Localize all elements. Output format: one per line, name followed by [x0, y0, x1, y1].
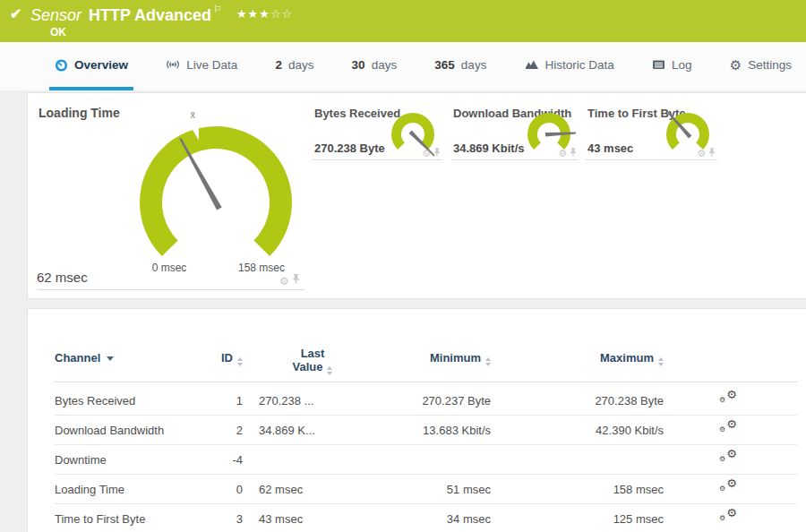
cell-minimum: 13.683 Kbit/s: [366, 416, 491, 445]
column-header-minimum[interactable]: Minimum: [366, 343, 491, 373]
tab-label: days: [288, 58, 314, 72]
sort-arrows-icon: [237, 357, 243, 366]
cell-channel: Loading Time: [55, 475, 216, 504]
cell-actions: ⚙⚙: [701, 386, 755, 416]
cell-actions: ⚙⚙: [701, 475, 755, 505]
sensor-title: HTTP Advanced: [89, 6, 211, 24]
log-icon: [652, 58, 665, 71]
tab-2-days[interactable]: 2days: [270, 42, 319, 90]
cell-last-value: 43 msec: [259, 504, 366, 532]
historic-icon: [525, 58, 539, 71]
cell-minimum: 270.237 Byte: [366, 386, 491, 416]
cell-id: 1: [216, 386, 243, 416]
column-header-maximum[interactable]: Maximum: [491, 343, 664, 373]
mini-gauge-card: Bytes Received270.238 Byte⚙: [313, 104, 442, 160]
cell-last-value: 34.869 K...: [259, 416, 366, 445]
pin-icon[interactable]: [292, 274, 300, 287]
cell-maximum: 158 msec: [491, 475, 664, 504]
tab-number: 30: [352, 58, 365, 72]
mini-gauge-card: Time to First Byte43 msec⚙: [586, 104, 717, 160]
edit-channel-gears-icon[interactable]: ⚙⚙: [719, 386, 737, 406]
tab-label: days: [461, 58, 487, 72]
sort-arrows-icon: [327, 366, 332, 375]
pin-icon[interactable]: [433, 148, 441, 159]
cell-channel: Download Bandwidth: [55, 416, 216, 445]
priority-flag-icon[interactable]: ⚐: [213, 4, 222, 14]
mini-gauge-value: 270.238 Byte: [314, 142, 385, 155]
tab-log[interactable]: Log: [647, 42, 698, 90]
cell-last-value: 62 msec: [259, 475, 366, 504]
sensor-status-badge: OK: [50, 26, 66, 39]
gear-icon[interactable]: ⚙: [279, 275, 289, 287]
sort-arrows-icon: [658, 357, 664, 366]
cell-id: -4: [216, 445, 243, 475]
status-ok-check-icon: ✔: [10, 5, 21, 22]
column-header-last-value[interactable]: LastValue: [259, 343, 366, 375]
sort-caret-icon: [107, 356, 114, 361]
table-row[interactable]: Downtime-4⚙⚙: [55, 445, 797, 475]
pin-icon[interactable]: [570, 148, 577, 159]
object-kind-label: Sensor: [30, 6, 81, 24]
gauge-current-value: 62 msec: [37, 270, 88, 285]
gear-icon[interactable]: ⚙: [558, 148, 567, 159]
mini-gauge-card: Download Bandwidth34.869 Kbit/s⚙: [451, 104, 579, 160]
tab-number: 2: [275, 58, 282, 72]
tab-label: Overview: [74, 58, 128, 72]
gauge-max-label: 158 msec: [220, 262, 303, 274]
pin-icon[interactable]: [708, 148, 716, 159]
cell-minimum: 51 msec: [366, 475, 491, 504]
divider: [37, 289, 305, 290]
gear-icon[interactable]: ⚙: [422, 148, 431, 159]
cell-actions: ⚙⚙: [701, 416, 755, 446]
column-header-channel[interactable]: Channel: [55, 343, 216, 373]
mini-gauge-value: 43 msec: [587, 142, 633, 155]
edit-channel-gears-icon[interactable]: ⚙⚙: [719, 475, 737, 494]
cell-actions: ⚙⚙: [701, 504, 755, 532]
edit-channel-gears-icon[interactable]: ⚙⚙: [719, 504, 737, 524]
gear-icon: ⚙: [730, 58, 742, 72]
mini-gauge-value: 34.869 Kbit/s: [453, 142, 525, 155]
gauge-icon: [55, 58, 68, 72]
cell-channel: Time to First Byte: [55, 504, 216, 532]
tab-overview[interactable]: Overview: [49, 42, 133, 90]
cell-actions: ⚙⚙: [701, 445, 755, 476]
table-row[interactable]: Download Bandwidth234.869 K...13.683 Kbi…: [55, 416, 797, 445]
cell-id: 0: [216, 475, 243, 504]
cell-last-value: 270.238 ...: [259, 386, 366, 416]
tab-live-data[interactable]: Live Data: [160, 42, 243, 90]
gauges-panel: Loading Time x̄ 0 msec 158 msec 62 msec …: [27, 92, 806, 299]
prtg-sensor-page: ✔ SensorHTTP Advanced⚐★★★☆☆ OK OverviewL…: [0, 0, 806, 532]
table-header-row: Channel ID LastValue Minimum Maximum: [55, 343, 797, 382]
live-icon: [166, 58, 180, 71]
cell-channel: Downtime: [55, 445, 216, 475]
gear-icon[interactable]: ⚙: [697, 148, 706, 159]
cell-id: 2: [216, 416, 243, 445]
table-row[interactable]: Loading Time062 msec51 msec158 msec⚙⚙: [55, 475, 797, 504]
tab-label: Live Data: [186, 58, 237, 72]
tab-365-days[interactable]: 365days: [429, 42, 492, 90]
table-row[interactable]: Bytes Received1270.238 ...270.237 Byte27…: [55, 386, 797, 416]
gauge-min-label: 0 msec: [135, 262, 203, 274]
cell-channel: Bytes Received: [55, 386, 216, 416]
sensor-header: ✔ SensorHTTP Advanced⚐★★★☆☆ OK: [0, 0, 806, 42]
cell-minimum: 34 msec: [366, 504, 491, 532]
tab-label: Historic Data: [545, 58, 614, 72]
cell-maximum: 270.238 Byte: [491, 386, 664, 416]
table-row[interactable]: Time to First Byte343 msec34 msec125 mse…: [55, 504, 797, 532]
priority-stars[interactable]: ★★★☆☆: [236, 7, 293, 21]
cell-maximum: 125 msec: [491, 504, 664, 532]
tab-label: days: [372, 58, 398, 72]
tab-bar: OverviewLive Data2days30days365daysHisto…: [0, 42, 806, 90]
cell-id: 3: [216, 504, 243, 532]
tab-number: 365: [434, 58, 455, 72]
column-header-id[interactable]: ID: [216, 343, 243, 373]
edit-channel-gears-icon[interactable]: ⚙⚙: [719, 416, 737, 435]
channel-table-panel: Channel ID LastValue Minimum Maximum Byt…: [27, 308, 806, 532]
tab-30-days[interactable]: 30days: [347, 42, 403, 90]
tab-label: Settings: [748, 58, 792, 72]
tab-settings[interactable]: ⚙Settings: [725, 42, 797, 90]
edit-channel-gears-icon[interactable]: ⚙⚙: [719, 445, 737, 465]
svg-text:x̄: x̄: [191, 109, 196, 120]
tab-historic-data[interactable]: Historic Data: [519, 42, 620, 90]
cell-maximum: 42.390 Kbit/s: [491, 416, 664, 445]
